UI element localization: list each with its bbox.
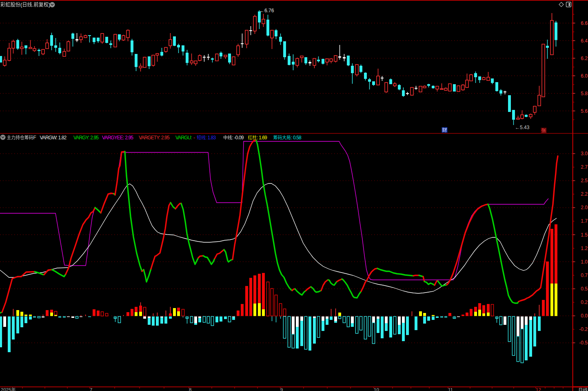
svg-text:VARGW: 1.82: VARGW: 1.82 xyxy=(40,135,67,141)
svg-text:0.7: 0.7 xyxy=(581,273,588,278)
svg-text:VARGY: 2.95: VARGY: 2.95 xyxy=(73,135,99,141)
svg-text:0.2: 0.2 xyxy=(581,299,588,305)
svg-text:: 0.58: : 0.58 xyxy=(291,135,302,141)
svg-text:6.6: 6.6 xyxy=(581,20,588,26)
svg-text:-0.2: -0.2 xyxy=(579,326,588,332)
svg-text:11: 11 xyxy=(448,387,453,391)
svg-text:: 1.83: : 1.83 xyxy=(206,135,216,141)
svg-text:2.7: 2.7 xyxy=(581,164,588,170)
svg-text:1.7: 1.7 xyxy=(581,218,588,224)
svg-text:2.2: 2.2 xyxy=(581,191,588,197)
svg-text:: 1.69: : 1.69 xyxy=(257,135,267,141)
svg-text:10: 10 xyxy=(374,387,379,391)
svg-text:-0.5: -0.5 xyxy=(579,340,588,346)
svg-text:VARGU:: VARGU: xyxy=(175,135,192,141)
svg-text:12: 12 xyxy=(536,387,541,391)
svg-text:1.2: 1.2 xyxy=(581,246,588,251)
svg-text:8: 8 xyxy=(189,387,191,391)
svg-text:.: . xyxy=(32,2,34,8)
svg-text:5.8: 5.8 xyxy=(581,91,588,96)
svg-text:0.5: 0.5 xyxy=(581,286,588,292)
svg-text:1.5: 1.5 xyxy=(581,232,588,238)
svg-text:: -0.09: : -0.09 xyxy=(232,135,244,141)
svg-text:2.0: 2.0 xyxy=(581,205,588,210)
svg-text:←6.76: ←6.76 xyxy=(260,8,274,13)
svg-text:9: 9 xyxy=(280,387,283,391)
svg-text:VARGYEE: 2.95: VARGYEE: 2.95 xyxy=(102,135,133,141)
svg-text:6.0: 6.0 xyxy=(581,73,588,79)
svg-text:3.0: 3.0 xyxy=(581,151,588,156)
svg-text:←5.43: ←5.43 xyxy=(515,125,530,130)
svg-text:(: ( xyxy=(20,2,22,8)
svg-text:1.0: 1.0 xyxy=(581,259,588,265)
svg-text:6.2: 6.2 xyxy=(581,56,588,61)
svg-text:2025: 2025 xyxy=(1,387,11,391)
svg-text:F: F xyxy=(33,135,36,141)
svg-text:5.6: 5.6 xyxy=(581,108,588,114)
svg-text:VARGETY: 2.95: VARGETY: 2.95 xyxy=(139,135,170,141)
svg-text:7: 7 xyxy=(90,387,92,391)
svg-text:0.0: 0.0 xyxy=(581,313,588,319)
svg-text:2.5: 2.5 xyxy=(581,178,588,183)
svg-text:6.4: 6.4 xyxy=(581,38,588,44)
